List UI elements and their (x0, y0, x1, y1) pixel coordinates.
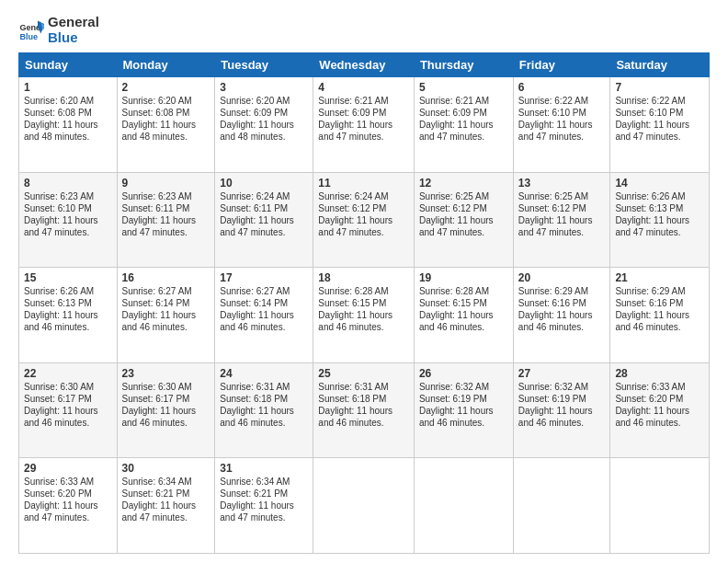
header: General Blue General Blue (18, 15, 710, 45)
calendar-cell: 17Sunrise: 6:27 AMSunset: 6:14 PMDayligh… (215, 268, 313, 363)
logo-blue: Blue (48, 30, 99, 46)
page: General Blue General Blue SundayMondayTu… (0, 0, 728, 563)
cell-details: Sunrise: 6:31 AMSunset: 6:18 PMDaylight:… (220, 382, 294, 428)
calendar-cell: 29Sunrise: 6:33 AMSunset: 6:20 PMDayligh… (19, 458, 118, 554)
logo: General Blue General Blue (18, 15, 99, 45)
day-number: 31 (220, 462, 308, 475)
cell-details: Sunrise: 6:34 AMSunset: 6:21 PMDaylight:… (122, 477, 197, 523)
calendar-cell: 18Sunrise: 6:28 AMSunset: 6:15 PMDayligh… (313, 268, 415, 363)
calendar-cell (513, 458, 610, 554)
cell-details: Sunrise: 6:21 AMSunset: 6:09 PMDaylight:… (419, 96, 494, 142)
day-number: 26 (419, 367, 508, 380)
calendar-cell: 6Sunrise: 6:22 AMSunset: 6:10 PMDaylight… (513, 77, 610, 173)
cell-details: Sunrise: 6:27 AMSunset: 6:14 PMDaylight:… (220, 286, 294, 332)
calendar-cell: 11Sunrise: 6:24 AMSunset: 6:12 PMDayligh… (313, 172, 415, 268)
calendar-cell: 16Sunrise: 6:27 AMSunset: 6:14 PMDayligh… (117, 268, 215, 363)
cell-details: Sunrise: 6:29 AMSunset: 6:16 PMDaylight:… (518, 286, 593, 332)
calendar-cell: 30Sunrise: 6:34 AMSunset: 6:21 PMDayligh… (117, 458, 215, 554)
weekday-header-monday: Monday (117, 53, 215, 77)
calendar-cell (414, 458, 513, 554)
cell-details: Sunrise: 6:23 AMSunset: 6:11 PMDaylight:… (122, 191, 197, 237)
day-number: 9 (122, 177, 210, 190)
calendar-cell: 23Sunrise: 6:30 AMSunset: 6:17 PMDayligh… (117, 362, 215, 458)
calendar-cell (610, 458, 710, 554)
cell-details: Sunrise: 6:33 AMSunset: 6:20 PMDaylight:… (615, 382, 689, 428)
calendar-cell: 10Sunrise: 6:24 AMSunset: 6:11 PMDayligh… (215, 172, 313, 268)
cell-details: Sunrise: 6:32 AMSunset: 6:19 PMDaylight:… (419, 382, 494, 428)
calendar-cell: 27Sunrise: 6:32 AMSunset: 6:19 PMDayligh… (513, 362, 610, 458)
weekday-header-tuesday: Tuesday (215, 53, 313, 77)
day-number: 2 (122, 81, 210, 94)
day-number: 23 (122, 367, 210, 380)
weekday-header-wednesday: Wednesday (313, 53, 415, 77)
cell-details: Sunrise: 6:20 AMSunset: 6:09 PMDaylight:… (220, 96, 294, 142)
weekday-header-saturday: Saturday (610, 53, 710, 77)
calendar-cell: 12Sunrise: 6:25 AMSunset: 6:12 PMDayligh… (414, 172, 513, 268)
day-number: 6 (518, 81, 606, 94)
day-number: 28 (615, 367, 704, 380)
day-number: 11 (318, 177, 409, 190)
day-number: 19 (419, 271, 508, 284)
day-number: 5 (419, 81, 508, 94)
calendar-table: SundayMondayTuesdayWednesdayThursdayFrid… (18, 52, 710, 554)
cell-details: Sunrise: 6:22 AMSunset: 6:10 PMDaylight:… (615, 96, 689, 142)
weekday-header-row: SundayMondayTuesdayWednesdayThursdayFrid… (19, 53, 710, 77)
cell-details: Sunrise: 6:28 AMSunset: 6:15 PMDaylight:… (419, 286, 494, 332)
cell-details: Sunrise: 6:24 AMSunset: 6:11 PMDaylight:… (220, 191, 294, 237)
day-number: 15 (24, 271, 112, 284)
weekday-header-sunday: Sunday (19, 53, 118, 77)
calendar-cell: 13Sunrise: 6:25 AMSunset: 6:12 PMDayligh… (513, 172, 610, 268)
weekday-header-friday: Friday (513, 53, 610, 77)
day-number: 1 (24, 81, 112, 94)
day-number: 30 (122, 462, 210, 475)
cell-details: Sunrise: 6:26 AMSunset: 6:13 PMDaylight:… (615, 191, 689, 237)
cell-details: Sunrise: 6:20 AMSunset: 6:08 PMDaylight:… (122, 96, 197, 142)
day-number: 10 (220, 177, 308, 190)
calendar-week-2: 8Sunrise: 6:23 AMSunset: 6:10 PMDaylight… (19, 172, 710, 268)
calendar-cell: 7Sunrise: 6:22 AMSunset: 6:10 PMDaylight… (610, 77, 710, 173)
cell-details: Sunrise: 6:24 AMSunset: 6:12 PMDaylight:… (318, 191, 392, 237)
cell-details: Sunrise: 6:34 AMSunset: 6:21 PMDaylight:… (220, 477, 294, 523)
calendar-cell: 31Sunrise: 6:34 AMSunset: 6:21 PMDayligh… (215, 458, 313, 554)
day-number: 24 (220, 367, 308, 380)
calendar-cell: 24Sunrise: 6:31 AMSunset: 6:18 PMDayligh… (215, 362, 313, 458)
day-number: 20 (518, 271, 606, 284)
cell-details: Sunrise: 6:20 AMSunset: 6:08 PMDaylight:… (24, 96, 98, 142)
calendar-cell: 3Sunrise: 6:20 AMSunset: 6:09 PMDaylight… (215, 77, 313, 173)
calendar-week-5: 29Sunrise: 6:33 AMSunset: 6:20 PMDayligh… (19, 458, 710, 554)
calendar-week-3: 15Sunrise: 6:26 AMSunset: 6:13 PMDayligh… (19, 268, 710, 363)
day-number: 16 (122, 271, 210, 284)
calendar-week-4: 22Sunrise: 6:30 AMSunset: 6:17 PMDayligh… (19, 362, 710, 458)
calendar-cell: 25Sunrise: 6:31 AMSunset: 6:18 PMDayligh… (313, 362, 415, 458)
cell-details: Sunrise: 6:25 AMSunset: 6:12 PMDaylight:… (419, 191, 494, 237)
calendar-cell: 20Sunrise: 6:29 AMSunset: 6:16 PMDayligh… (513, 268, 610, 363)
cell-details: Sunrise: 6:30 AMSunset: 6:17 PMDaylight:… (122, 382, 197, 428)
calendar-cell: 2Sunrise: 6:20 AMSunset: 6:08 PMDaylight… (117, 77, 215, 173)
day-number: 17 (220, 271, 308, 284)
cell-details: Sunrise: 6:21 AMSunset: 6:09 PMDaylight:… (318, 96, 392, 142)
cell-details: Sunrise: 6:31 AMSunset: 6:18 PMDaylight:… (318, 382, 392, 428)
calendar-cell: 15Sunrise: 6:26 AMSunset: 6:13 PMDayligh… (19, 268, 118, 363)
day-number: 12 (419, 177, 508, 190)
logo-general: General (48, 15, 99, 30)
day-number: 7 (615, 81, 704, 94)
day-number: 8 (24, 177, 112, 190)
calendar-cell: 26Sunrise: 6:32 AMSunset: 6:19 PMDayligh… (414, 362, 513, 458)
cell-details: Sunrise: 6:23 AMSunset: 6:10 PMDaylight:… (24, 191, 98, 237)
day-number: 18 (318, 271, 409, 284)
svg-text:Blue: Blue (19, 31, 38, 40)
calendar-cell: 28Sunrise: 6:33 AMSunset: 6:20 PMDayligh… (610, 362, 710, 458)
calendar-cell: 22Sunrise: 6:30 AMSunset: 6:17 PMDayligh… (19, 362, 118, 458)
day-number: 4 (318, 81, 409, 94)
calendar-cell: 9Sunrise: 6:23 AMSunset: 6:11 PMDaylight… (117, 172, 215, 268)
calendar-cell: 5Sunrise: 6:21 AMSunset: 6:09 PMDaylight… (414, 77, 513, 173)
calendar-cell: 4Sunrise: 6:21 AMSunset: 6:09 PMDaylight… (313, 77, 415, 173)
day-number: 25 (318, 367, 409, 380)
calendar-cell: 19Sunrise: 6:28 AMSunset: 6:15 PMDayligh… (414, 268, 513, 363)
weekday-header-thursday: Thursday (414, 53, 513, 77)
day-number: 13 (518, 177, 606, 190)
day-number: 21 (615, 271, 704, 284)
calendar-week-1: 1Sunrise: 6:20 AMSunset: 6:08 PMDaylight… (19, 77, 710, 173)
cell-details: Sunrise: 6:33 AMSunset: 6:20 PMDaylight:… (24, 477, 98, 523)
day-number: 3 (220, 81, 308, 94)
